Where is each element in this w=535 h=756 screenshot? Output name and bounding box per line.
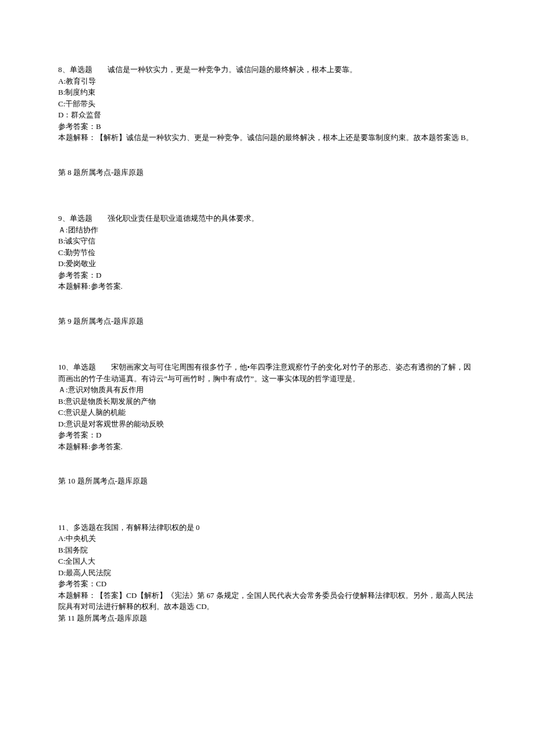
question-header: 10、单选题 宋朝画家文与可住宅周围有很多竹子，他•年四季注意观察竹子的变化.对… — [58, 361, 477, 384]
option-d: D：群众监督 — [58, 109, 477, 121]
option-d: D:最高人民法院 — [58, 567, 477, 579]
option-c: C:全国人大 — [58, 556, 477, 567]
answer-label: 参考答案：D — [58, 429, 477, 441]
question-header: 8、单选题 诚信是一种软实力，更是一种竞争力。诚信问题的最终解决，根本上要靠。 — [58, 64, 477, 76]
explanation: 本题解释：【答案】CD【解析】《宪法》第 67 条规定，全国人民代表大会常务委员… — [58, 590, 477, 612]
option-a: Ａ:意识对物质具有反作用 — [58, 384, 477, 396]
topic-reference: 第 10 题所属考点-题库原题 — [58, 475, 477, 487]
question-header: 11、多选题在我国，有解释法律职权的是 0 — [58, 522, 477, 533]
answer-label: 参考答案：CD — [58, 578, 477, 590]
document-page: 8、单选题 诚信是一种软实力，更是一种竞争力。诚信问题的最终解决，根本上要靠。 … — [0, 0, 535, 756]
option-b: B:制度约束 — [58, 87, 477, 98]
topic-reference: 第 9 题所属考点-题库原题 — [58, 316, 477, 327]
answer-label: 参考答案：D — [58, 270, 477, 281]
question-block: 8、单选题 诚信是一种软实力，更是一种竞争力。诚信问题的最终解决，根本上要靠。 … — [58, 64, 477, 178]
explanation: 本题解释:参考答案. — [58, 281, 477, 292]
question-block: 10、单选题 宋朝画家文与可住宅周围有很多竹子，他•年四季注意观察竹子的变化.对… — [58, 361, 477, 487]
option-c: C:意识是人脑的机能 — [58, 407, 477, 418]
topic-reference: 第 11 题所属考点-题库原题 — [58, 612, 477, 624]
option-a: Ａ:团结协作 — [58, 224, 477, 236]
answer-label: 参考答案：B — [58, 121, 477, 132]
option-c: C:勤劳节俭 — [58, 247, 477, 259]
option-a: A:中央机关 — [58, 533, 477, 544]
question-block: 9、单选题 强化职业责任是职业道德规范中的具体要求。 Ａ:团结协作 B:诚实守信… — [58, 213, 477, 327]
option-b: B:意识是物质长期发展的产物 — [58, 396, 477, 407]
option-d: D:爱岗敬业 — [58, 258, 477, 270]
question-block: 11、多选题在我国，有解释法律职权的是 0 A:中央机关 B:国务院 C:全国人… — [58, 522, 477, 624]
option-a: A:教育引导 — [58, 76, 477, 87]
option-c: C:干部带头 — [58, 98, 477, 110]
option-b: B:国务院 — [58, 544, 477, 556]
topic-reference: 第 8 题所属考点-题库原题 — [58, 167, 477, 178]
explanation: 本题解释：【解析】诚信是一种软实力、更是一种竞争。诚信问题的最终解决，根本上还是… — [58, 132, 477, 144]
question-header: 9、单选题 强化职业责任是职业道德规范中的具体要求。 — [58, 213, 477, 224]
option-d: D:意识是对客观世界的能动反映 — [58, 418, 477, 430]
option-b: B:诚实守信 — [58, 235, 477, 247]
explanation: 本题解释:参考答案. — [58, 441, 477, 453]
